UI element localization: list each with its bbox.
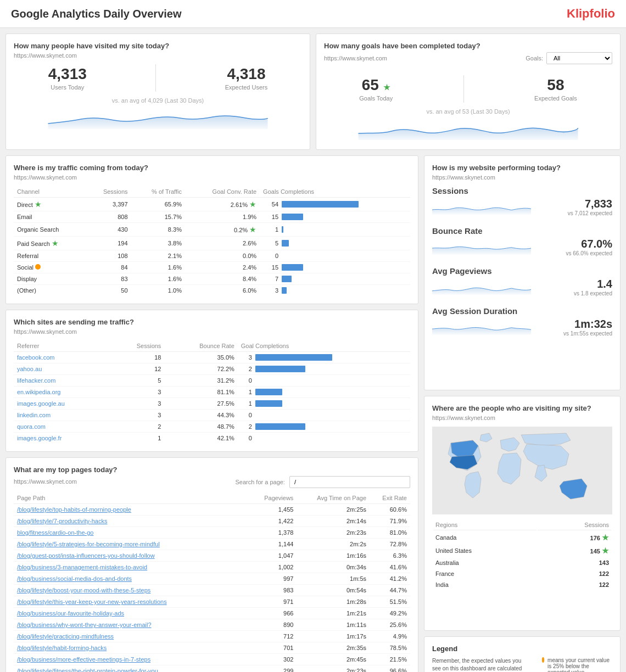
right-col: How is my website performing today? http… (424, 155, 621, 672)
perf-value: 67.0% (566, 238, 613, 250)
pages-url: https://www.skynet.com (14, 478, 77, 485)
path-cell: /blog/lifestyle/fitness/the-right-protei… (14, 665, 250, 673)
svg-rect-0 (434, 427, 610, 514)
perf-vs: vs 1m:55s expected (563, 331, 612, 337)
referrer-link[interactable]: yahoo.au (17, 366, 42, 372)
referrer-link[interactable]: facebook.com (17, 354, 54, 361)
expected-goals-label: Expected Goals (534, 95, 577, 102)
perf-value: 1.4 (574, 278, 612, 290)
traffic-url: https://www.skynet.com (14, 174, 410, 181)
visitors-sparkline (14, 107, 302, 129)
exit-cell: 41.2% (370, 573, 410, 585)
bounce-cell: 35.0% (164, 352, 237, 363)
geo-title: Where are the people who are visiting my… (432, 404, 612, 412)
conv-star-icon: ★ (249, 225, 256, 234)
ref-goals-cell: 1 (238, 387, 410, 398)
page-link[interactable]: /blog/business/more-effective-meetings-i… (17, 656, 150, 663)
avgtime-cell: 0m:34s (297, 562, 370, 573)
conv-cell: 1.9% (185, 211, 260, 223)
sessions-cell: 430 (85, 223, 131, 237)
bar (282, 201, 359, 208)
referrers-url: https://www.skynet.com (14, 328, 410, 335)
row-middle: Where is my traffic coming from today? h… (5, 155, 621, 672)
star-icon: ★ (35, 200, 42, 209)
perf-sparkline (432, 198, 531, 219)
ref-sessions-cell: 2 (109, 421, 164, 433)
search-label: Search for a page: (235, 479, 285, 485)
pageviews-cell: 1,422 (250, 516, 297, 527)
page-link[interactable]: /blog/lifestyle/habit-forming-hacks (17, 645, 107, 651)
page-link[interactable]: /blog/business/why-wont-they-answer-your… (17, 621, 152, 628)
channel-cell: Organic Search (14, 223, 85, 237)
pageviews-cell: 712 (250, 631, 297, 642)
ref-sessions-cell: 18 (109, 352, 164, 363)
exit-cell: 81.0% (370, 527, 410, 539)
referrer-link[interactable]: linkedin.com (17, 412, 51, 418)
pageviews-cell: 701 (250, 642, 297, 654)
bar (255, 354, 332, 361)
page-link[interactable]: blog/fitness/cardio-on-the-go (17, 529, 93, 536)
referrer-cell: images.google.au (14, 398, 109, 410)
sessions-cell: 3,397 (85, 198, 131, 211)
table-row: /blog/lifestyle/5-strategies-for-becomin… (14, 539, 410, 550)
bar (255, 400, 282, 407)
ref-goals-cell: 2 (238, 363, 410, 375)
goals-select[interactable]: All (546, 52, 612, 64)
region-sessions: 122 (538, 569, 611, 579)
bounce-cell: 44.3% (164, 410, 237, 421)
referrer-link[interactable]: quora.com (17, 423, 46, 430)
page-link[interactable]: /blog/lifestyle/this-year-keep-your-new-… (17, 598, 167, 605)
table-row: /blog/lifestyle/fitness/the-right-protei… (14, 665, 410, 673)
page-link[interactable]: /blog/lifestyle/practicing-mindfulness (17, 633, 114, 640)
star-icon: ★ (52, 239, 59, 248)
page-link[interactable]: /blog/lifestyle/top-habits-of-morning-pe… (17, 506, 131, 513)
bounce-cell: 42.1% (164, 433, 237, 444)
page-link[interactable]: /blog/lifestyle/fitness/the-right-protei… (17, 668, 158, 672)
bar (282, 240, 289, 247)
visitors-title: How many people have visited my site tod… (14, 42, 302, 50)
page-link[interactable]: /blog/guest-post/insta-influencers-you-s… (17, 552, 155, 559)
logo: Klipfolio (567, 7, 615, 21)
pageviews-cell: 302 (250, 654, 297, 665)
search-input[interactable] (289, 476, 410, 488)
perf-sparkline (432, 238, 531, 259)
users-today-value: 4,313 (48, 65, 87, 83)
referrer-link[interactable]: images.google.fr (17, 435, 62, 441)
sessions-cell: 50 (85, 285, 131, 296)
referrer-link[interactable]: en.wikipedia.org (17, 389, 61, 395)
pct-cell: 15.7% (131, 211, 185, 223)
page-link[interactable]: /blog/business/social-media-dos-and-dont… (17, 575, 132, 582)
exit-cell: 51.5% (370, 596, 410, 608)
table-row: yahoo.au 12 72.2% 2 (14, 363, 410, 375)
avgtime-cell: 2m:23s (297, 665, 370, 673)
page-link[interactable]: /blog/lifestyle/boost-your-mood-with-the… (17, 587, 150, 593)
referrer-link[interactable]: lifehacker.com (17, 377, 55, 384)
conv-cell: 2.6% (185, 237, 260, 250)
page-link[interactable]: /blog/lifestyle/5-strategies-for-becomin… (17, 541, 160, 547)
legend-text: Remember, the expected values you see on… (432, 657, 531, 672)
table-row: /blog/guest-post/insta-influencers-you-s… (14, 550, 410, 562)
avgtime-cell: 2m:45s (297, 654, 370, 665)
page-link[interactable]: /blog/business/our-favourite-holiday-ads (17, 610, 124, 617)
region-sessions: 176 ★ (538, 531, 611, 544)
path-cell: /blog/lifestyle/top-habits-of-morning-pe… (14, 504, 250, 516)
table-row: Email 808 15.7% 1.9% 15 (14, 211, 410, 223)
regions-table: Regions Sessions Canada 176 ★ United Sta… (432, 519, 612, 591)
search-row: Search for a page: (235, 476, 410, 488)
th-pct: % of Traffic (131, 186, 185, 198)
exit-cell: 41.6% (370, 562, 410, 573)
th-sessions: Sessions (85, 186, 131, 198)
ref-sessions-cell: 3 (109, 387, 164, 398)
referrers-table: Referrer Sessions Bounce Rate Goal Compl… (14, 340, 410, 444)
th-referrer: Referrer (14, 340, 109, 352)
exit-cell: 21.5% (370, 654, 410, 665)
conv-cell: 8.4% (185, 273, 260, 285)
page-link[interactable]: /blog/lifestyle/7-productivity-hacks (17, 518, 107, 524)
referrer-cell: quora.com (14, 421, 109, 433)
goals-cell: 15 (260, 262, 410, 273)
th-channel: Channel (14, 186, 85, 198)
exit-cell: 49.2% (370, 608, 410, 619)
page-link[interactable]: /blog/business/3-management-mistakes-to-… (17, 564, 147, 570)
th-conv: Goal Conv. Rate (185, 186, 260, 198)
referrer-link[interactable]: images.google.au (17, 400, 65, 407)
